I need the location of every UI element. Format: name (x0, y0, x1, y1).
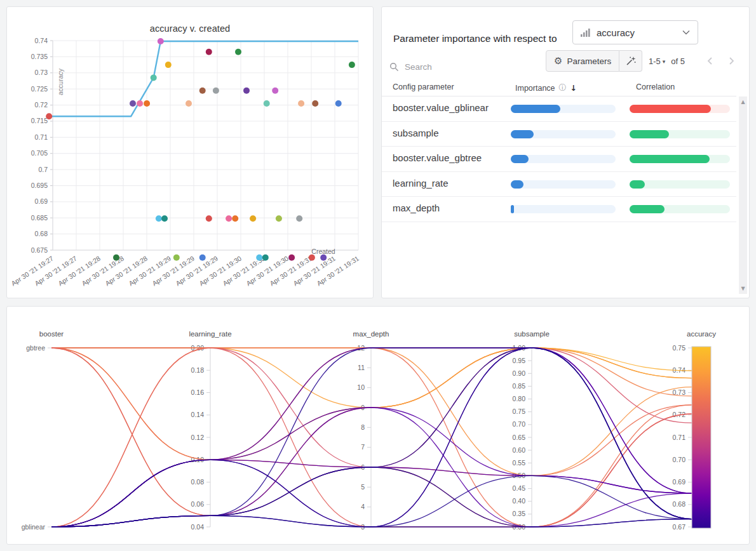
sort-desc-icon[interactable]: ↓ (570, 83, 577, 93)
run-line[interactable] (51, 348, 692, 527)
scatter-point[interactable] (272, 88, 278, 94)
y-tick-label: 0.685 (31, 214, 48, 222)
scatter-point[interactable] (173, 255, 180, 261)
importance-bar (511, 155, 529, 163)
scatter-point[interactable] (250, 215, 256, 222)
parallel-coordinates-chart[interactable]: boosterlearning_ratemax_depthsubsampleac… (7, 307, 749, 544)
column-config-parameter[interactable]: Config parameter (393, 83, 454, 91)
scatter-point[interactable] (276, 215, 282, 222)
scatter-point[interactable] (296, 215, 302, 222)
tick-label: 5 (361, 483, 365, 491)
run-line[interactable] (51, 348, 692, 475)
run-line[interactable] (51, 348, 692, 371)
tick-label: 0.70 (513, 420, 526, 428)
pagination-range[interactable]: 1-5 (649, 56, 661, 66)
scatter-point[interactable] (46, 113, 52, 119)
scatter-point[interactable] (312, 100, 318, 107)
category-label: gbtree (26, 344, 45, 352)
scatter-point[interactable] (262, 255, 269, 261)
run-line[interactable] (51, 467, 692, 527)
run-line[interactable] (51, 348, 692, 527)
metric-dropdown[interactable]: accuracy (572, 20, 698, 44)
scatter-point[interactable] (137, 100, 143, 107)
table-scrollbar[interactable]: ▲ ▼ (739, 96, 747, 294)
run-line[interactable] (51, 348, 692, 527)
scatter-point[interactable] (113, 255, 119, 261)
table-row[interactable]: booster.value_gblinear (382, 96, 736, 122)
info-icon[interactable]: ⓘ (559, 83, 567, 93)
tick-label: 0.16 (191, 388, 205, 396)
run-line[interactable] (51, 348, 692, 527)
tick-label: 0.71 (673, 434, 686, 441)
importance-bar-track (511, 155, 616, 163)
scatter-point[interactable] (235, 49, 241, 55)
table-row[interactable]: subsample (382, 122, 736, 147)
y-tick-label: 0.715 (31, 117, 48, 124)
tick-label: 0.60 (513, 446, 526, 454)
scatter-point[interactable] (199, 88, 206, 94)
magic-wand-button[interactable] (619, 50, 642, 72)
tick-label: 8 (361, 423, 365, 431)
run-line[interactable] (51, 348, 692, 527)
scatter-point[interactable] (288, 255, 295, 261)
run-line[interactable] (51, 348, 692, 475)
scatter-point[interactable] (186, 100, 192, 107)
run-line[interactable] (51, 348, 692, 527)
scatter-point[interactable] (256, 255, 262, 261)
y-tick-label: 0.7 (38, 166, 48, 173)
tick-label: 0.55 (513, 459, 526, 467)
run-line[interactable] (51, 348, 692, 527)
scatter-point[interactable] (309, 255, 315, 261)
scatter-point[interactable] (206, 215, 212, 222)
panel-parameter-importance: Parameter importance with respect to acc… (381, 6, 750, 298)
scatter-point[interactable] (264, 100, 270, 107)
scatter-point[interactable] (144, 100, 150, 107)
column-correlation[interactable]: Correlation (636, 83, 675, 91)
scatter-point[interactable] (320, 255, 327, 261)
importance-rows: booster.value_gblinearsubsamplebooster.v… (382, 96, 736, 222)
config-parameter-label: max_depth (393, 202, 440, 213)
scroll-down-icon[interactable]: ▼ (739, 286, 747, 291)
scatter-point[interactable] (199, 255, 206, 261)
scatter-point[interactable] (161, 215, 168, 222)
scatter-point[interactable] (349, 62, 355, 68)
scatter-point[interactable] (232, 215, 238, 222)
scatter-point[interactable] (151, 74, 157, 81)
column-importance[interactable]: Importance (515, 84, 555, 93)
table-row[interactable]: max_depth (382, 197, 736, 222)
scatter-chart[interactable]: 0.740.7350.730.7250.720.7150.710.7050.70… (7, 7, 373, 298)
scatter-point[interactable] (156, 215, 162, 222)
chevron-right-icon[interactable] (725, 54, 739, 68)
tick-label: 0.40 (513, 497, 526, 505)
parameters-button[interactable]: ⚙ Parameters (546, 50, 619, 72)
scatter-point[interactable] (158, 38, 164, 44)
tick-label: 0.67 (673, 523, 686, 531)
pagination-total: of 5 (671, 56, 685, 66)
scroll-up-icon[interactable]: ▲ (739, 99, 747, 105)
scatter-point[interactable] (130, 100, 136, 107)
search-input[interactable] (403, 62, 514, 72)
run-line[interactable] (51, 348, 692, 527)
run-line[interactable] (51, 348, 692, 408)
y-tick-label: 0.74 (35, 37, 48, 44)
scatter-point[interactable] (298, 100, 304, 107)
magic-wand-icon (625, 55, 637, 67)
importance-bar-track (511, 205, 616, 213)
scatter-point[interactable] (213, 88, 219, 94)
run-line[interactable] (51, 348, 692, 527)
table-row[interactable]: booster.value_gbtree (382, 147, 736, 172)
table-row[interactable]: learning_rate (382, 172, 736, 197)
y-tick-label: 0.725 (31, 85, 48, 93)
scatter-point[interactable] (226, 215, 232, 222)
tick-label: 0.75 (673, 344, 686, 352)
scatter-point[interactable] (165, 62, 172, 68)
scatter-point[interactable] (335, 100, 342, 107)
run-line[interactable] (51, 348, 692, 515)
y-tick-label: 0.72 (35, 101, 48, 109)
scatter-point[interactable] (243, 88, 250, 94)
caret-down-icon[interactable]: ▾ (663, 58, 666, 65)
chevron-left-icon[interactable] (703, 54, 717, 68)
correlation-bar (630, 105, 711, 113)
run-line[interactable] (51, 348, 692, 527)
scatter-point[interactable] (206, 49, 212, 55)
